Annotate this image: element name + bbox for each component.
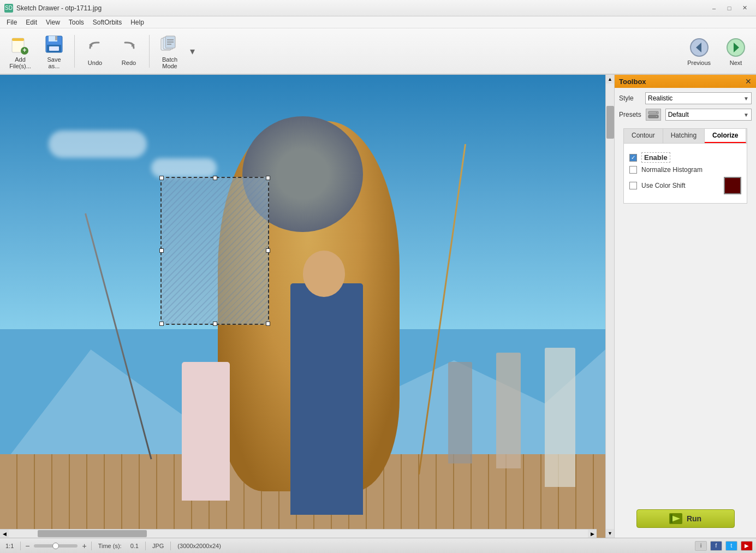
hscroll-track[interactable] [9,530,588,538]
file-format: JPG [150,543,166,549]
app-icon: SD [4,4,13,13]
next-button[interactable]: Next [720,34,752,69]
vscroll-up-arrow[interactable]: ▲ [606,75,615,84]
window-controls: – □ ✕ [707,3,752,14]
tab-colorize[interactable]: Colorize [705,129,746,143]
time-value: 0.1 [128,543,141,549]
toolbox-header: Toolbox ✕ [615,75,756,88]
status-sep-2 [91,542,92,550]
canvas-area[interactable]: ◀ ▶ [0,75,605,538]
presets-select[interactable]: Default ▼ [665,109,752,121]
bg-person-3 [545,348,575,486]
cloud-1 [49,130,147,158]
facebook-button[interactable]: f [710,541,722,551]
tabs-area: Contour Hatching Colorize Enable Normali… [623,128,747,204]
undo-icon [84,37,106,58]
style-label: Style [619,94,641,102]
vertical-scrollbar[interactable]: ▲ ▼ [605,75,614,538]
statusbar: 1:1 − + Time (s): 0.1 JPG (3000x2000x24)… [0,538,756,553]
toolbox-body: Style Realistic ▼ Presets [615,88,756,538]
save-as-label: Saveas... [47,56,61,69]
next-label: Next [730,60,742,66]
hscroll-left-arrow[interactable]: ◀ [0,530,9,538]
zoom-slider[interactable] [34,544,78,548]
run-label: Run [687,514,701,523]
time-label: Time (s): [96,543,124,549]
redo-label: Redo [122,60,136,66]
zoom-minus-btn[interactable]: − [25,542,29,550]
normalize-row: Normalize Histogram [629,166,741,174]
redo-button[interactable]: Redo [113,34,145,69]
style-dropdown-arrow: ▼ [743,96,749,102]
person-man [290,283,363,515]
save-as-icon [43,33,65,55]
menu-view[interactable]: View [41,17,64,27]
previous-icon [688,37,710,58]
svg-marker-26 [671,515,680,522]
previous-label: Previous [687,60,711,66]
tabs-row: Contour Hatching Colorize [624,129,747,144]
save-as-button[interactable]: Saveas... [38,31,70,72]
toolbox-close-button[interactable]: ✕ [745,77,752,86]
add-files-icon: + [9,33,31,55]
vscroll-thumb[interactable] [606,106,614,139]
svg-text:+: + [22,46,26,54]
twitter-button[interactable]: t [725,541,737,551]
enable-checkbox[interactable] [629,154,637,162]
undo-button[interactable]: Undo [79,34,111,69]
batch-mode-button[interactable]: BatchMode [154,31,186,72]
run-icon [669,513,682,524]
add-files-button[interactable]: + AddFile(s)... [4,31,36,72]
close-button[interactable]: ✕ [737,3,752,14]
tab-content: Enable Normalize Histogram Use Color Shi… [624,144,747,203]
maximize-button[interactable]: □ [722,3,736,14]
redo-icon [118,37,140,58]
presets-row: Presets Default ▼ [619,109,752,121]
presets-value: Default [668,111,689,118]
presets-icon-btn[interactable] [646,109,661,121]
tab-hatching[interactable]: Hatching [663,129,705,143]
toolbox-panel: Toolbox ✕ Style Realistic ▼ Presets [614,75,756,538]
status-sep-3 [145,542,146,550]
color-shift-checkbox[interactable] [629,182,637,189]
presets-label: Presets [619,111,641,118]
gorilla-head [242,116,364,232]
color-swatch[interactable] [724,177,741,194]
menu-softorbits[interactable]: SoftOrbits [88,17,126,27]
image-dimensions: (3000x2000x24) [175,543,223,549]
person-child [182,362,230,501]
menubar: File Edit View Tools SoftOrbits Help [0,16,756,28]
person-man-head [303,251,346,297]
minimize-button[interactable]: – [707,3,721,14]
run-button[interactable]: Run [636,509,735,528]
toolbar-dropdown-btn[interactable]: ▾ [190,45,195,57]
style-select[interactable]: Realistic ▼ [645,92,752,104]
youtube-button[interactable]: ▶ [741,541,753,551]
enable-label: Enable [641,152,670,163]
cloud-2 [151,158,217,177]
svg-rect-8 [49,46,59,51]
vscroll-down-arrow[interactable]: ▼ [606,529,615,538]
menu-edit[interactable]: Edit [21,17,41,27]
window-title: Sketch Drawer - otp-1711.jpg [16,4,102,12]
menu-tools[interactable]: Tools [64,17,88,27]
normalize-checkbox[interactable] [629,166,637,174]
hscroll-thumb[interactable] [38,530,147,537]
menu-file[interactable]: File [2,17,21,27]
horizontal-scrollbar[interactable]: ◀ ▶ [0,529,597,538]
title-left: SD Sketch Drawer - otp-1711.jpg [4,4,102,13]
scene: ◀ ▶ [0,75,605,538]
zoom-plus-btn[interactable]: + [82,542,86,550]
batch-mode-icon [159,33,181,55]
style-value: Realistic [648,94,672,102]
presets-dropdown-arrow: ▼ [743,112,749,118]
tab-contour[interactable]: Contour [624,129,663,143]
previous-button[interactable]: Previous [682,34,716,69]
info-button[interactable]: i [695,541,707,551]
svg-rect-6 [55,36,57,40]
hscroll-right-arrow[interactable]: ▶ [588,530,597,538]
menu-help[interactable]: Help [126,17,148,27]
vscroll-track[interactable] [606,84,614,529]
main-area: ◀ ▶ ▲ ▼ Toolbox ✕ Style [0,75,756,538]
zoom-thumb[interactable] [52,543,59,549]
